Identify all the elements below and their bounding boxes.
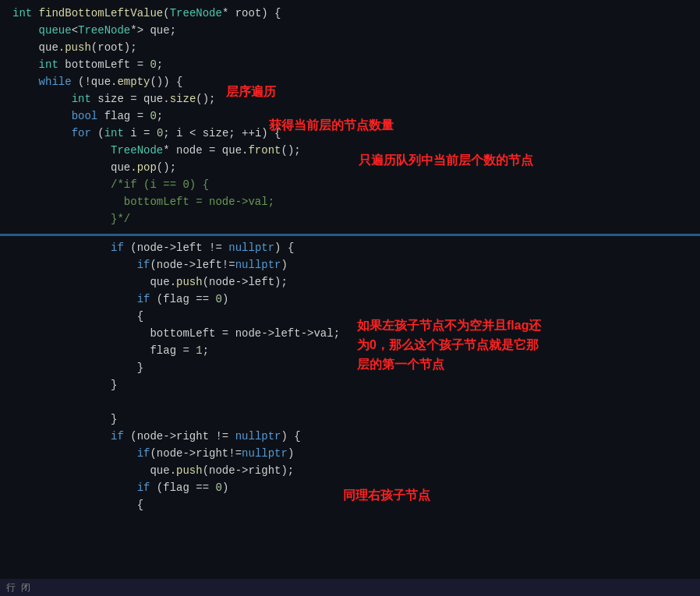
code-editor: int findBottomLeftValue(TreeNode* root) …: [0, 0, 700, 596]
annotation-4-line3: 层的第一个节点: [357, 357, 444, 373]
status-bar: 行 闭: [0, 579, 700, 596]
status-text: 行 闭: [6, 581, 30, 594]
annotation-5: 同理右孩子节点: [343, 488, 430, 504]
annotation-3: 只遍历队列中当前层个数的节点: [359, 153, 533, 169]
annotation-4-line2: 为0，那么这个孩子节点就是它那: [357, 337, 539, 354]
code-pre: int findBottomLeftValue(TreeNode* root) …: [12, 5, 700, 227]
annotation-4-line1: 如果左孩子节点不为空并且flag还: [357, 318, 541, 334]
annotation-1: 层序遍历: [226, 84, 276, 101]
section-divider: [0, 234, 700, 236]
code-pre-2: ...............if (node->left != nullptr…: [12, 239, 700, 513]
code-area-2: ...............if (node->left != nullptr…: [0, 238, 700, 518]
annotation-2: 获得当前层的节点数量: [269, 118, 394, 134]
code-area: int findBottomLeftValue(TreeNode* root) …: [0, 0, 700, 232]
